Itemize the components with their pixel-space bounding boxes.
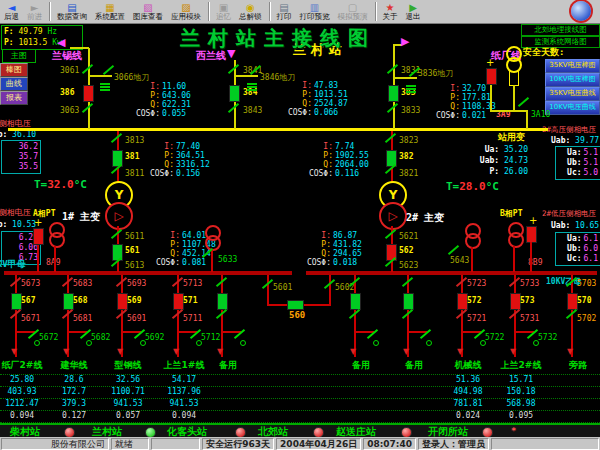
- measurement-block: I:32.70P:177.81Q:1108.33COSΦ:0.021: [424, 84, 496, 120]
- temp-unit: °C: [74, 178, 87, 191]
- toolbar-button-print[interactable]: ▤打印: [273, 0, 296, 23]
- station-nav-item[interactable]: 兰村站: [92, 426, 122, 437]
- diagram-canvas: F: 49.79 Hz P: 1013.5 Kw 兰村站主接线图 主图 棒图曲线…: [0, 0, 600, 450]
- disconnector-symbol[interactable]: [448, 245, 459, 255]
- toolbar-button-forward: ►前进: [23, 0, 46, 23]
- measurement-row: Q:2524.87: [276, 99, 348, 108]
- station-nav-item[interactable]: 北郊站: [258, 426, 288, 437]
- ua-value: 6.1: [584, 234, 598, 244]
- breaker-label: 571: [183, 296, 197, 305]
- breaker-symbol[interactable]: [526, 226, 537, 243]
- temp-unit: °C: [486, 180, 499, 193]
- side-button-3[interactable]: 10KV电压曲线: [545, 101, 600, 115]
- breaker-symbol[interactable]: [83, 85, 94, 102]
- disconnector-label: 5673: [21, 279, 40, 288]
- breaker-symbol[interactable]: [217, 293, 228, 310]
- left-panel-button-2[interactable]: 报表: [0, 91, 28, 105]
- breaker-label: 386: [60, 88, 74, 97]
- feeder-end-arrow-icon: ▼: [217, 348, 223, 356]
- disconnector-label: 3833: [401, 106, 420, 115]
- measurement-row: COSΦ:0.021: [424, 111, 496, 120]
- ua-label: Ua:: [567, 234, 581, 244]
- toolbar-button-query[interactable]: ▤数据查询: [53, 0, 91, 23]
- measurement-row: COSΦ:0.018: [295, 258, 362, 267]
- feeder-end-arrow-icon: ▼: [403, 348, 409, 356]
- toolbar-button-modules[interactable]: ▨应用模块: [167, 0, 205, 23]
- breaker-symbol[interactable]: [403, 293, 414, 310]
- wire: [513, 85, 515, 110]
- station-nav-item[interactable]: 柴村站: [10, 426, 40, 437]
- toolbar-button-preview[interactable]: ▥打印预览: [296, 0, 334, 23]
- transformer-winding: ▷: [105, 202, 133, 230]
- bus-tie-disconnector-1-label: 5601: [273, 283, 292, 292]
- measurement-row: P:1902.55: [297, 151, 369, 160]
- toolbar-button-library[interactable]: ▧图库查看: [129, 0, 167, 23]
- disconnector-symbol[interactable]: [103, 65, 114, 75]
- station-nav-item[interactable]: 赵送庄站: [336, 426, 376, 437]
- toolbar-button-config[interactable]: ▦系统配置: [91, 0, 129, 23]
- breaker-symbol[interactable]: [287, 300, 304, 310]
- feeder-end-arrow-icon: ▼: [173, 348, 179, 356]
- breaker-symbol[interactable]: [33, 228, 44, 245]
- ua-value: 5.1: [584, 148, 598, 158]
- measurement-value: 47.83: [314, 81, 338, 90]
- measurement-label: P:: [295, 240, 331, 249]
- side-button-0[interactable]: 35KV电压棒图: [545, 59, 600, 73]
- uab-label-2l: Uab:: [551, 221, 570, 230]
- ua-value: 35.20: [504, 145, 528, 154]
- measurement-label: COSΦ:: [144, 258, 180, 267]
- station-nav-item[interactable]: 化客头站: [167, 426, 207, 437]
- disconnector-label: 3823: [399, 136, 418, 145]
- uab-value-2h: 39.77: [575, 136, 599, 145]
- breaker-symbol[interactable]: [350, 293, 361, 310]
- link-geo-diagram[interactable]: 北郊地理接线图: [521, 24, 600, 36]
- disconnector-label: 5611: [125, 232, 144, 241]
- left-panel-button-0[interactable]: 棒图: [0, 63, 28, 77]
- toolbar-button-unlock[interactable]: ◉总解锁: [235, 0, 266, 23]
- toolbar-separator: [208, 2, 209, 21]
- measurement-value: 0.021: [462, 111, 486, 120]
- measurement-row: COSΦ:0.116: [297, 169, 369, 178]
- feeder-end-arrow-icon: ▼: [350, 348, 356, 356]
- toolbar-button-back[interactable]: ◄后退: [0, 0, 23, 23]
- toolbar-button-exit[interactable]: ▶退出: [402, 0, 425, 23]
- measurement-label: P:: [276, 90, 312, 99]
- status-bar: 股份有限公司 就绪 安全运行963天 2004年04月26日 08:07:40 …: [0, 437, 600, 450]
- toolbar-button-about[interactable]: ★关于: [379, 0, 402, 23]
- disconnector-label: 3063: [60, 106, 79, 115]
- measurement-value: 11.60: [162, 82, 186, 91]
- disconnector-symbol[interactable]: [518, 97, 529, 107]
- toolbar-items: ◄后退►前进▤数据查询▦系统配置▧图库查看▨应用模块▣追忆◉总解锁▤打印▥打印预…: [0, 0, 425, 23]
- fuse-cross-icon: +: [34, 218, 42, 228]
- frequency-unit: Hz: [47, 27, 57, 36]
- breaker-symbol[interactable]: [229, 85, 240, 102]
- wire: [177, 275, 179, 357]
- station-nav-item[interactable]: 开闭所站: [428, 426, 468, 437]
- uc-value: 6.1: [584, 254, 598, 264]
- measurement-value: 1902.55: [335, 151, 369, 160]
- wire: [571, 275, 573, 357]
- measurement-label: P:: [424, 93, 460, 102]
- left-panel-button-1[interactable]: 曲线: [0, 77, 28, 91]
- side-button-1[interactable]: 10KV电压棒图: [545, 73, 600, 87]
- feeder-value-i: 32.56: [96, 375, 160, 384]
- breaker-symbol[interactable]: [486, 68, 497, 85]
- ground-switch-label: 5732: [538, 333, 557, 342]
- measurement-label: I:: [144, 231, 180, 240]
- wire: [514, 275, 516, 357]
- breaker-symbol[interactable]: [388, 85, 399, 102]
- wire: [407, 275, 409, 357]
- measurement-row: P:177.81: [424, 93, 496, 102]
- measurement-label: Q:: [295, 249, 331, 258]
- feeder-end-arrow-icon: ▼: [567, 348, 573, 356]
- uc-label: Uc:: [567, 168, 581, 178]
- disconnector-label: 5683: [73, 279, 92, 288]
- earth-switch-ring: [373, 340, 379, 346]
- uc-value: 35.5: [4, 162, 38, 172]
- temp-value: 32.0: [47, 178, 74, 191]
- disconnector-label: 5681: [73, 314, 92, 323]
- side-button-2[interactable]: 35KV电压曲线: [545, 87, 600, 101]
- grid-separator: [0, 410, 600, 411]
- main-view-button[interactable]: 主图: [2, 49, 36, 63]
- frequency-label: F:: [4, 27, 14, 36]
